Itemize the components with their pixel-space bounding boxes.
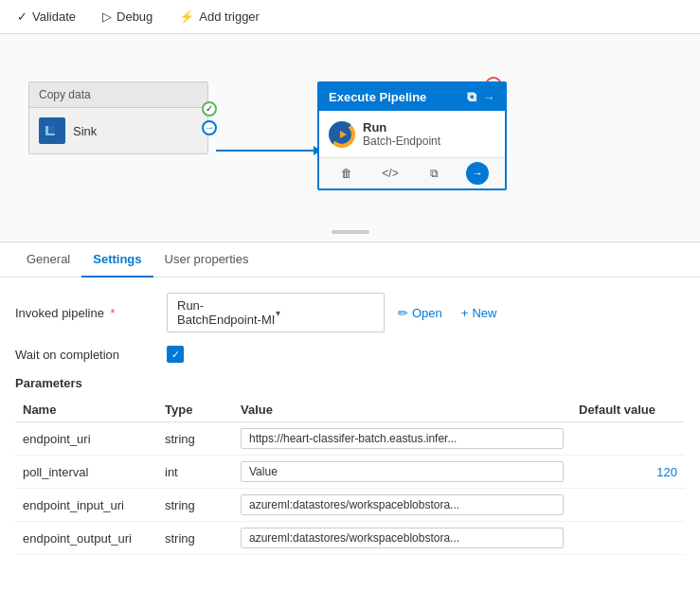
params-header-row: Name Type Value Default value — [15, 398, 685, 422]
scroll-handle — [332, 230, 369, 234]
wait-completion-control: ✓ — [167, 346, 685, 363]
debug-icon: ▷ — [102, 9, 112, 24]
table-row: endpoint_input_uristringazureml:datastor… — [15, 489, 685, 522]
invoked-pipeline-control: Run-BatchEndpoint-MI ▾ ✏ Open + New — [167, 293, 685, 332]
param-value-cell: azureml:datastores/workspaceblobstora... — [233, 522, 571, 555]
pipeline-dropdown-value: Run-BatchEndpoint-MI — [177, 298, 276, 327]
execute-pipeline-body: Run Batch-Endpoint — [319, 111, 505, 157]
run-sub-label: Batch-Endpoint — [363, 134, 440, 148]
connector-success: ✓ — [202, 101, 217, 116]
delete-icon[interactable]: 🗑 — [335, 162, 358, 185]
param-type: int — [157, 456, 233, 489]
col-header-value: Value — [233, 398, 571, 422]
add-trigger-button[interactable]: ⚡ Add trigger — [175, 8, 263, 26]
parameters-title: Parameters — [15, 376, 685, 390]
invoked-pipeline-row: Invoked pipeline * Run-BatchEndpoint-MI … — [15, 293, 685, 332]
open-label: Open — [412, 306, 442, 320]
external-link-icon[interactable]: ⧉ — [467, 89, 476, 105]
param-value-input[interactable]: Value — [241, 461, 564, 482]
copy-data-node[interactable]: Copy data Sink ✓ → — [28, 81, 208, 154]
param-name: endpoint_input_uri — [15, 489, 157, 522]
parameters-section: Parameters Name Type Value Default value… — [15, 376, 685, 555]
add-trigger-label: Add trigger — [199, 9, 260, 24]
copy-data-node-body: Sink — [29, 108, 207, 153]
param-value-cell: Value — [233, 456, 571, 489]
validate-icon: ✓ — [17, 9, 27, 24]
copy-data-node-header: Copy data — [29, 82, 207, 108]
param-value-cell: https://heart-classifer-batch.eastus.inf… — [233, 422, 571, 456]
connector-dependency: → — [202, 120, 217, 135]
param-name: endpoint_output_uri — [15, 522, 157, 555]
add-trigger-icon: ⚡ — [179, 9, 194, 24]
param-default-value — [571, 522, 685, 555]
validate-button[interactable]: ✓ Validate — [13, 8, 80, 26]
pencil-icon: ✏ — [398, 306, 408, 320]
param-name: poll_interval — [15, 456, 157, 489]
table-row: endpoint_output_uristringazureml:datasto… — [15, 522, 685, 555]
param-type: string — [157, 489, 233, 522]
wait-completion-checkbox[interactable]: ✓ — [167, 346, 184, 363]
table-row: endpoint_uristringhttps://heart-classife… — [15, 422, 685, 456]
invoked-pipeline-label: Invoked pipeline * — [15, 306, 167, 320]
tab-general[interactable]: General — [15, 242, 81, 278]
plus-icon: + — [461, 306, 469, 320]
copy-data-connectors: ✓ → — [202, 101, 217, 135]
param-default-value — [571, 489, 685, 522]
copy-data-icon — [39, 117, 65, 144]
param-value-cell: azureml:datastores/workspaceblobstora... — [233, 489, 571, 522]
copy-icon[interactable]: ⧉ — [422, 162, 445, 185]
run-batch-icon — [329, 121, 355, 148]
settings-panel: General Settings User properties Invoked… — [0, 242, 700, 570]
col-header-default: Default value — [571, 398, 685, 422]
param-default-value: 120 — [571, 456, 685, 489]
tab-settings[interactable]: Settings — [81, 242, 153, 278]
debug-label: Debug — [117, 9, 153, 24]
col-header-name: Name — [15, 398, 157, 422]
new-button[interactable]: + New — [456, 302, 503, 324]
col-header-type: Type — [157, 398, 233, 422]
svg-rect-1 — [48, 124, 58, 134]
tab-user-properties[interactable]: User properties — [153, 242, 260, 278]
debug-button[interactable]: ▷ Debug — [99, 8, 156, 26]
validate-label: Validate — [32, 9, 76, 24]
param-value-input[interactable]: azureml:datastores/workspaceblobstora... — [241, 494, 564, 515]
required-marker: * — [111, 306, 116, 320]
pipeline-arrow — [216, 150, 320, 152]
toolbar: ✓ Validate ▷ Debug ⚡ Add trigger — [0, 0, 700, 34]
wait-completion-row: Wait on completion ✓ — [15, 346, 685, 363]
chevron-down-icon: ▾ — [276, 308, 374, 318]
param-type: string — [157, 422, 233, 456]
settings-tabs: General Settings User properties — [0, 242, 700, 278]
execute-pipeline-labels: Run Batch-Endpoint — [363, 120, 440, 148]
table-row: poll_intervalintValue120 — [15, 456, 685, 489]
execute-pipeline-header: Execute Pipeline ⧉ → — [319, 83, 505, 111]
copy-data-sink-label: Sink — [73, 124, 97, 138]
code-icon[interactable]: </> — [379, 162, 402, 185]
execute-pipeline-title: Execute Pipeline — [329, 90, 426, 104]
new-label: New — [472, 306, 496, 320]
execute-pipeline-footer: 🗑 </> ⧉ → — [319, 157, 505, 188]
node-arrow-right-icon: → — [482, 90, 495, 105]
canvas-area: Copy data Sink ✓ → Execute Pipeline ⧉ → — [0, 34, 700, 242]
param-value-input[interactable]: https://heart-classifer-batch.eastus.inf… — [241, 428, 564, 449]
param-default-value — [571, 422, 685, 456]
param-type: string — [157, 522, 233, 555]
open-button[interactable]: ✏ Open — [392, 302, 448, 324]
param-value-input[interactable]: azureml:datastores/workspaceblobstora... — [241, 528, 564, 548]
wait-completion-label: Wait on completion — [15, 348, 167, 362]
go-icon[interactable]: → — [466, 162, 489, 185]
pipeline-dropdown[interactable]: Run-BatchEndpoint-MI ▾ — [167, 293, 385, 332]
param-name: endpoint_uri — [15, 422, 157, 456]
execute-pipeline-node[interactable]: Execute Pipeline ⧉ → Run Batch-Endpoint … — [317, 81, 507, 190]
settings-content: Invoked pipeline * Run-BatchEndpoint-MI … — [0, 278, 700, 570]
parameters-table: Name Type Value Default value endpoint_u… — [15, 398, 685, 555]
run-label: Run — [363, 120, 440, 134]
